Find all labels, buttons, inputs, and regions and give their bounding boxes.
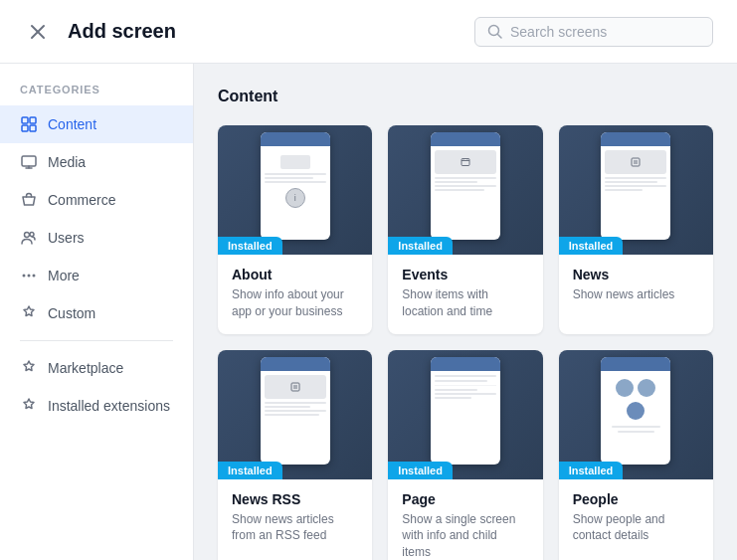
close-button[interactable]	[24, 18, 52, 46]
modal-header: Add screen	[0, 0, 737, 64]
add-screen-modal: Add screen Categories	[0, 0, 737, 560]
dots-icon	[20, 267, 38, 284]
card-name: News	[573, 267, 699, 282]
sidebar-item-label: Marketplace	[48, 360, 123, 376]
grid-icon	[20, 115, 38, 133]
svg-point-13	[23, 275, 26, 278]
monitor-icon	[20, 153, 38, 171]
sidebar-item-label: Media	[48, 154, 86, 170]
svg-point-12	[30, 233, 34, 237]
svg-rect-7	[30, 125, 36, 131]
sidebar-item-label: Content	[48, 116, 96, 132]
custom-icon	[20, 304, 38, 322]
card-info-news: News Show news articles	[559, 255, 713, 317]
sidebar-item-label: Custom	[48, 305, 95, 321]
card-name: News RSS	[232, 491, 358, 507]
svg-point-11	[25, 233, 30, 238]
card-events[interactable]: Installed Events Show items with locatio…	[388, 125, 542, 334]
card-name: About	[232, 267, 358, 282]
sidebar-item-custom[interactable]: Custom	[0, 294, 193, 332]
cards-grid: i Installed About Show info about your a…	[218, 125, 713, 560]
sidebar-item-label: Commerce	[48, 192, 115, 208]
card-people[interactable]: Installed People Show people and contact…	[559, 350, 713, 560]
installed-badge: Installed	[388, 462, 453, 479]
card-info-page: Page Show a single screen with info and …	[388, 479, 542, 560]
card-info-about: About Show info about your app or your b…	[218, 255, 372, 334]
card-preview-news: Installed	[559, 125, 713, 255]
card-name: Events	[402, 267, 528, 282]
card-page[interactable]: Installed Page Show a single screen with…	[388, 350, 542, 560]
svg-rect-5	[30, 117, 36, 123]
sidebar-item-label: Users	[48, 230, 85, 246]
sidebar-item-label: More	[48, 268, 80, 283]
svg-rect-23	[291, 383, 299, 391]
card-description: Show items with location and time	[402, 286, 528, 320]
sidebar-item-label: Installed extensions	[48, 398, 170, 414]
bag-icon	[20, 191, 38, 209]
content-area: Content	[194, 64, 737, 560]
card-description: Show people and contact details	[573, 511, 699, 545]
card-news[interactable]: Installed News Show news articles	[559, 125, 713, 334]
svg-rect-6	[22, 125, 28, 131]
svg-rect-16	[461, 159, 469, 166]
users-icon	[20, 229, 38, 247]
card-preview-people: Installed	[559, 350, 713, 479]
sidebar-item-marketplace[interactable]: Marketplace	[0, 349, 193, 387]
card-description: Show info about your app or your busines…	[232, 286, 358, 320]
svg-rect-8	[22, 156, 36, 166]
card-name: Page	[402, 491, 528, 507]
card-description: Show news articles	[573, 286, 699, 303]
svg-line-3	[498, 35, 502, 39]
modal-body: Categories Content	[0, 64, 737, 560]
card-name: People	[573, 491, 699, 507]
marketplace-icon	[20, 359, 38, 377]
installed-badge: Installed	[218, 462, 282, 479]
search-input[interactable]	[510, 24, 700, 40]
section-title: Content	[218, 88, 713, 105]
search-icon	[487, 24, 502, 39]
card-info-people: People Show people and contact details	[559, 479, 713, 559]
sidebar-divider	[20, 340, 173, 341]
sidebar-item-media[interactable]: Media	[0, 143, 193, 181]
sidebar-item-users[interactable]: Users	[0, 219, 193, 257]
card-info-events: Events Show items with location and time	[388, 255, 542, 334]
card-description: Show news articles from an RSS feed	[232, 511, 358, 545]
card-preview-about: i Installed	[218, 125, 372, 255]
card-description: Show a single screen with info and child…	[402, 511, 528, 560]
svg-rect-4	[22, 117, 28, 123]
sidebar-item-content[interactable]: Content	[0, 105, 193, 143]
sidebar-item-commerce[interactable]: Commerce	[0, 181, 193, 219]
installed-badge: Installed	[559, 462, 624, 479]
card-preview-news-rss: Installed	[218, 350, 372, 479]
card-news-rss[interactable]: Installed News RSS Show news articles fr…	[218, 350, 372, 560]
svg-point-14	[28, 275, 31, 278]
installed-badge: Installed	[218, 237, 282, 255]
installed-icon	[20, 397, 38, 415]
header-left: Add screen	[24, 18, 176, 46]
modal-title: Add screen	[68, 20, 176, 43]
card-preview-events: Installed	[388, 125, 542, 255]
card-preview-page: Installed	[388, 350, 542, 479]
search-box[interactable]	[474, 17, 713, 47]
sidebar: Categories Content	[0, 64, 194, 560]
svg-rect-20	[632, 158, 640, 166]
sidebar-item-more[interactable]: More	[0, 257, 193, 294]
categories-label: Categories	[0, 84, 193, 105]
sidebar-item-installed[interactable]: Installed extensions	[0, 387, 193, 425]
card-info-news-rss: News RSS Show news articles from an RSS …	[218, 479, 372, 559]
installed-badge: Installed	[388, 237, 453, 255]
installed-badge: Installed	[559, 237, 624, 255]
svg-point-15	[33, 275, 36, 278]
card-about[interactable]: i Installed About Show info about your a…	[218, 125, 372, 334]
